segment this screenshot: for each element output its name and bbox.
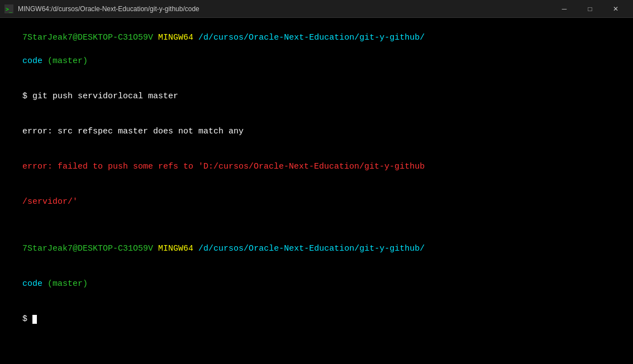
prompt2-user: 7StarJeak7@DESKTOP-C31O59V bbox=[22, 244, 153, 253]
prompt1-space3 bbox=[42, 56, 47, 66]
command2-dollar: $ bbox=[22, 314, 32, 324]
prompt2-path2: code bbox=[22, 279, 42, 289]
prompt1-space1 bbox=[153, 33, 158, 42]
window-controls: ─ □ ✕ bbox=[551, 0, 629, 18]
prompt2-branch: (master) bbox=[47, 279, 88, 289]
error-line-2a: error: failed to push some refs to 'D:/c… bbox=[2, 149, 631, 184]
error-line-2b: /servidor/' bbox=[2, 184, 631, 219]
blank-line bbox=[2, 219, 631, 231]
minimize-button[interactable]: ─ bbox=[551, 0, 577, 18]
terminal-body: 7StarJeak7@DESKTOP-C31O59V MINGW64 /d/cu… bbox=[0, 18, 633, 364]
window-title: MINGW64:/d/cursos/Oracle-Next-Education/… bbox=[18, 5, 199, 13]
prompt2-path: /d/cursos/Oracle-Next-Education/git-y-gi… bbox=[198, 244, 425, 253]
prompt1-path2: code bbox=[22, 56, 42, 66]
prompt1-branch: (master) bbox=[47, 56, 88, 66]
prompt1-user: 7StarJeak7@DESKTOP-C31O59V bbox=[22, 33, 153, 42]
close-button[interactable]: ✕ bbox=[603, 0, 629, 18]
command-line-2[interactable]: $ bbox=[2, 301, 631, 337]
title-bar: >_ MINGW64:/d/cursos/Oracle-Next-Educati… bbox=[0, 0, 633, 18]
command-line-1: $ git push servidorlocal master bbox=[2, 79, 631, 114]
prompt2-space3 bbox=[42, 279, 47, 289]
prompt-line-2b: code (master) bbox=[2, 266, 631, 301]
maximize-button[interactable]: □ bbox=[577, 0, 603, 18]
prompt1-space2 bbox=[193, 33, 198, 42]
prompt2-shell: MINGW64 bbox=[158, 244, 193, 253]
prompt2-space2 bbox=[193, 244, 198, 253]
prompt1-shell: MINGW64 bbox=[158, 33, 193, 42]
prompt1-path: /d/cursos/Oracle-Next-Education/git-y-gi… bbox=[198, 33, 425, 42]
error-line-1: error: src refspec master does not match… bbox=[2, 114, 631, 149]
prompt-line-1: 7StarJeak7@DESKTOP-C31O59V MINGW64 /d/cu… bbox=[2, 20, 631, 44]
prompt-line-2: 7StarJeak7@DESKTOP-C31O59V MINGW64 /d/cu… bbox=[2, 231, 631, 266]
error2-suffix: /servidor/' bbox=[22, 197, 78, 207]
command1-text: $ git push servidorlocal master bbox=[22, 92, 178, 101]
error2-prefix: error: failed to push some refs to 'D:/c… bbox=[22, 162, 425, 171]
terminal-icon: >_ bbox=[4, 4, 13, 13]
error1-text: error: src refspec master does not match… bbox=[22, 127, 244, 136]
prompt-line-1b: code (master) bbox=[2, 44, 631, 79]
svg-text:>_: >_ bbox=[6, 6, 13, 13]
cursor bbox=[32, 315, 37, 324]
prompt2-space1 bbox=[153, 244, 158, 253]
